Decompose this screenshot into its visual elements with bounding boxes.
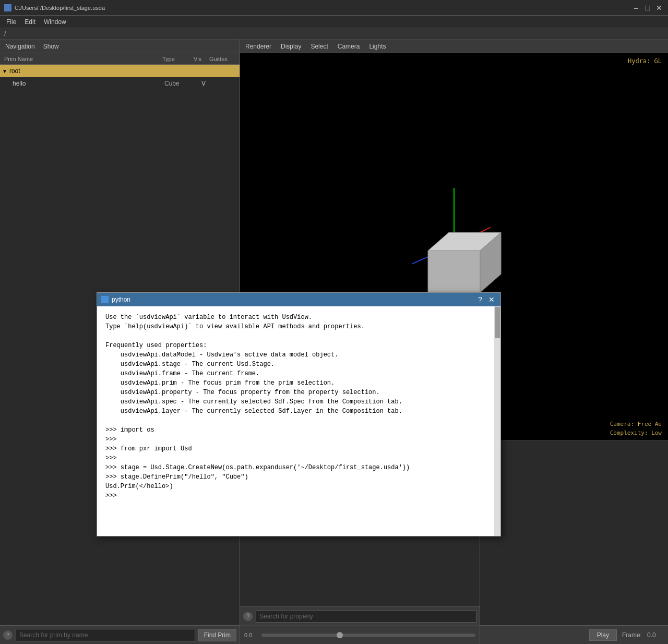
title-bar: C:/Users/ /Desktop/first_stage.usda – □ …	[0, 0, 668, 16]
dialog-content-line: >>>	[105, 491, 492, 500]
python-dialog: python ? ✕ Use the `usdviewApi` variable…	[97, 292, 501, 536]
dialog-app-icon	[101, 296, 109, 303]
dialog-content-line: usdviewApi.prim - The focus prim from th…	[105, 378, 492, 388]
prim-name: root	[9, 67, 20, 75]
dialog-title: python	[112, 296, 130, 303]
slider-row: 0.0	[240, 625, 480, 644]
breadcrumb: /	[0, 28, 668, 40]
property-search-bar: ?	[240, 606, 480, 625]
dialog-content-line: usdviewApi.spec - The currently selected…	[105, 397, 492, 407]
dialog-content-line: usdviewApi.stage - The current Usd.Stage…	[105, 360, 492, 369]
dialog-close-button[interactable]: ✕	[487, 295, 496, 304]
dialog-content-line: >>>	[105, 435, 492, 444]
toolbar-navigation[interactable]: Navigation	[3, 42, 37, 51]
cube-scene	[397, 183, 511, 299]
bottom-right-panel: Play Frame: 0.0	[480, 441, 668, 644]
dialog-content-line: >>> from pxr import Usd	[105, 444, 492, 454]
app-icon	[4, 4, 11, 11]
minimize-button[interactable]: –	[631, 3, 641, 13]
cube-viewport	[397, 183, 511, 297]
toolbar-show[interactable]: Show	[41, 42, 61, 51]
col-vis: Vis	[194, 56, 209, 62]
toolbar-select[interactable]: Select	[308, 42, 330, 51]
toolbar-camera[interactable]: Camera	[336, 42, 362, 51]
play-button[interactable]: Play	[589, 629, 617, 641]
breadcrumb-path: /	[4, 30, 6, 38]
window-title: C:/Users/ /Desktop/first_stage.usda	[15, 5, 105, 11]
dialog-content-line: usdviewApi.property - The focus property…	[105, 388, 492, 397]
dialog-content-line: Frequently used properties:	[105, 341, 492, 350]
dialog-content-line: >>>	[105, 454, 492, 463]
dialog-content-line: usdviewApi.frame - The current frame.	[105, 369, 492, 378]
svg-marker-3	[428, 251, 480, 292]
camera-info: Camera: Free Au	[610, 420, 662, 429]
prim-type: Cube	[164, 80, 196, 87]
right-toolbar: Renderer Display Select Camera Lights	[240, 40, 668, 53]
bottom-right-content	[480, 441, 668, 625]
dialog-title-bar: python ? ✕	[97, 293, 500, 306]
frame-label: Frame:	[622, 631, 642, 639]
viewport-bottom-right-info: Camera: Free Au Complexity: Low	[610, 420, 662, 437]
col-guides: Guides	[209, 56, 235, 62]
dialog-content-line: >>> import os	[105, 425, 492, 435]
prim-vis: V	[196, 80, 211, 87]
dialog-content-line: Type `help(usdviewApi)` to view availabl…	[105, 322, 492, 331]
dialog-content-line: Use the `usdviewApi` variable to interac…	[105, 313, 492, 322]
toolbar-display[interactable]: Display	[279, 42, 303, 51]
dialog-content-line: >>> stage = Usd.Stage.CreateNew(os.path.…	[105, 463, 492, 472]
property-search-input[interactable]	[256, 610, 476, 623]
title-bar-left: C:/Users/ /Desktop/first_stage.usda	[4, 4, 105, 11]
tree-header: Prim Name Type Vis Guides	[0, 53, 240, 65]
dialog-title-left: python	[101, 296, 130, 303]
title-bar-controls: – □ ✕	[631, 3, 664, 13]
dialog-content-line: usdviewApi.dataModel - Usdview's active …	[105, 350, 492, 360]
dialog-controls: ? ✕	[475, 295, 496, 304]
prim-search-input[interactable]	[16, 629, 195, 641]
col-prim-name: Prim Name	[4, 56, 162, 62]
hydra-label: Hydra: GL	[628, 57, 662, 65]
slider-thumb[interactable]	[337, 632, 343, 638]
dialog-help-button[interactable]: ?	[475, 295, 485, 304]
dialog-content-line: >>> stage.DefinePrim("/hello", "Cube")	[105, 472, 492, 482]
find-prim-button[interactable]: Find Prim	[198, 629, 236, 641]
prim-search-bar: ? Find Prim	[0, 625, 240, 644]
dialog-content-line	[105, 331, 492, 341]
dialog-content-line	[105, 416, 492, 425]
col-type: Type	[162, 56, 194, 62]
frame-value: 0.0	[647, 631, 663, 639]
dialog-scrollbar[interactable]	[494, 306, 500, 536]
timeline-slider[interactable]	[261, 634, 475, 637]
props-search-help[interactable]: ?	[243, 612, 253, 621]
close-button[interactable]: ✕	[654, 3, 664, 13]
tree-row[interactable]: hello Cube V	[0, 77, 240, 90]
maximize-button[interactable]: □	[643, 3, 652, 13]
dialog-content-line: Usd.Prim(</hello>)	[105, 482, 492, 491]
playback-controls: Play Frame: 0.0	[480, 625, 668, 644]
slider-value: 0.0	[244, 632, 257, 638]
menu-file[interactable]: File	[2, 17, 20, 27]
chevron-down-icon: ▼	[2, 68, 7, 74]
toolbar-renderer[interactable]: Renderer	[243, 42, 273, 51]
menu-bar: File Edit Window	[0, 16, 668, 28]
prim-name: hello	[13, 80, 26, 87]
menu-window[interactable]: Window	[40, 17, 70, 27]
dialog-content: Use the `usdviewApi` variable to interac…	[97, 306, 500, 536]
dialog-content-line: usdviewApi.layer - The currently selecte…	[105, 407, 492, 416]
scrollbar-thumb[interactable]	[495, 307, 500, 338]
search-help-button[interactable]: ?	[3, 630, 13, 640]
complexity-info: Complexity: Low	[610, 429, 662, 438]
tree-row[interactable]: ▼ root	[0, 65, 240, 77]
left-toolbar: Navigation Show	[0, 40, 240, 53]
menu-edit[interactable]: Edit	[20, 17, 40, 27]
toolbar-lights[interactable]: Lights	[367, 42, 388, 51]
